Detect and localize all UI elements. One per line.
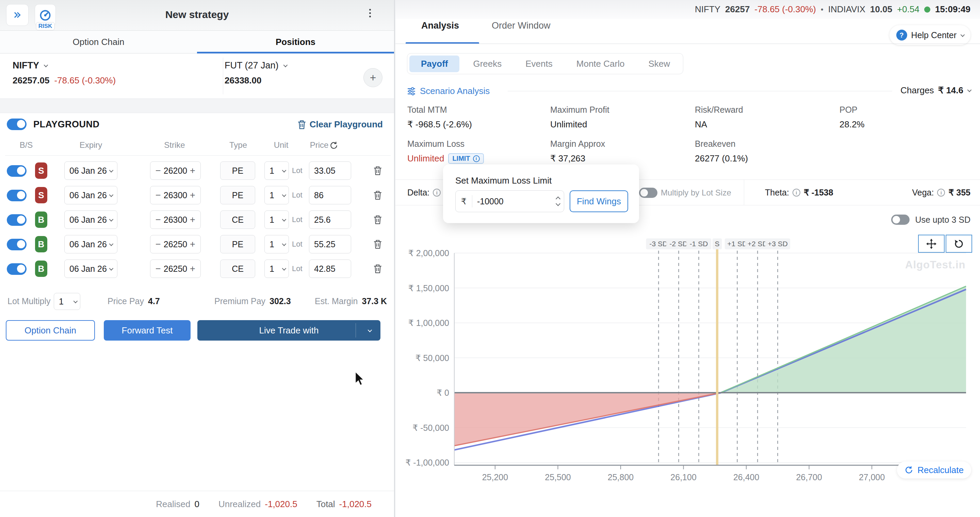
popup-title: Set Maximum Loss Limit xyxy=(455,176,552,186)
option-type[interactable]: PE xyxy=(220,235,255,254)
strike-plus-button[interactable]: + xyxy=(189,263,196,274)
use-3sd-toggle[interactable]: Use upto 3 SD xyxy=(891,215,970,225)
option-type[interactable]: CE xyxy=(220,211,255,229)
scenario-analysis-link[interactable]: Scenario Analysis xyxy=(407,86,490,96)
limit-badge[interactable]: LIMIT xyxy=(448,153,484,164)
expiry-select[interactable]: 06 Jan 26 xyxy=(64,161,118,180)
expiry-select[interactable]: 06 Jan 26 xyxy=(64,211,118,229)
tab-analysis[interactable]: Analysis xyxy=(421,21,459,40)
tab-option-chain[interactable]: Option Chain xyxy=(0,31,197,53)
chevron-down-icon xyxy=(109,168,114,172)
info-icon[interactable] xyxy=(937,189,945,196)
more-menu-button[interactable] xyxy=(365,9,375,22)
strike-minus-button[interactable]: − xyxy=(154,263,162,274)
add-instrument-button[interactable]: + xyxy=(363,68,382,87)
price-input[interactable] xyxy=(309,235,351,254)
price-input[interactable] xyxy=(309,260,351,278)
payoff-chart-svg[interactable]: ₹ 2,00,000₹ 1,50,000₹ 1,00,000₹ 50,000₹ … xyxy=(402,235,977,487)
side-badge[interactable]: B xyxy=(35,212,47,228)
tab-order-window[interactable]: Order Window xyxy=(492,21,550,40)
help-center-button[interactable]: ? Help Center xyxy=(889,25,970,45)
info-icon[interactable] xyxy=(433,189,441,196)
info-icon[interactable] xyxy=(792,189,800,196)
strike-plus-button[interactable]: + xyxy=(189,215,196,225)
side-badge[interactable]: B xyxy=(35,236,47,252)
unrealized-label: Unrealized xyxy=(218,499,261,509)
delete-leg-button[interactable] xyxy=(373,239,382,250)
charges-toggle[interactable]: Charges ₹ 14.6 xyxy=(900,85,970,96)
option-chain-button[interactable]: Option Chain xyxy=(6,320,95,341)
price-input[interactable] xyxy=(309,161,351,180)
chevron-down-icon xyxy=(109,266,114,270)
subtab-monte-carlo[interactable]: Monte Carlo xyxy=(566,56,635,72)
strike-plus-button[interactable]: + xyxy=(189,190,196,201)
svg-text:+2 SD: +2 SD xyxy=(748,240,768,247)
side-badge[interactable]: B xyxy=(35,260,47,277)
strike-minus-button[interactable]: − xyxy=(154,239,162,250)
expiry-select[interactable]: 06 Jan 26 xyxy=(64,260,118,278)
col-type: Type xyxy=(229,140,247,150)
unit-select[interactable]: 1 xyxy=(264,211,289,229)
subtab-skew[interactable]: Skew xyxy=(638,56,680,72)
option-type[interactable]: PE xyxy=(220,161,255,180)
option-type[interactable]: PE xyxy=(220,186,255,204)
option-type[interactable]: CE xyxy=(220,260,255,278)
future-select[interactable]: FUT (27 Jan) xyxy=(224,60,286,71)
unit-select[interactable]: 1 xyxy=(264,161,289,180)
side-badge[interactable]: S xyxy=(35,187,47,203)
divider xyxy=(223,57,223,94)
toggle[interactable] xyxy=(891,215,910,225)
ticker-vix-label: INDIAVIX xyxy=(828,4,865,14)
strike-minus-button[interactable]: − xyxy=(154,190,162,201)
toggle[interactable] xyxy=(639,188,657,198)
expiry-select[interactable]: 06 Jan 26 xyxy=(64,186,118,204)
expiry-select[interactable]: 06 Jan 26 xyxy=(64,235,118,254)
side-badge[interactable]: S xyxy=(35,163,47,179)
price-input[interactable] xyxy=(309,186,351,204)
subtab-events[interactable]: Events xyxy=(515,56,563,72)
clear-playground-button[interactable]: Clear Playground xyxy=(298,119,383,130)
chevron-down-icon xyxy=(283,63,288,67)
reset-chart-button[interactable] xyxy=(946,235,972,253)
symbol-select[interactable]: NIFTY xyxy=(13,60,47,71)
live-trade-button[interactable]: Live Trade with xyxy=(197,320,380,341)
unit-select[interactable]: 1 xyxy=(264,260,289,278)
subtab-greeks[interactable]: Greeks xyxy=(463,56,512,72)
strike-minus-button[interactable]: − xyxy=(154,215,162,225)
metric-total-mtm: Total MTM ₹ -968.5 (-2.6%) xyxy=(407,105,543,115)
number-stepper[interactable] xyxy=(556,197,560,205)
total-value: -1,020.5 xyxy=(339,499,372,509)
tab-positions[interactable]: Positions xyxy=(197,31,394,53)
charges-value: ₹ 14.6 xyxy=(938,85,963,96)
refresh-prices-icon[interactable] xyxy=(329,141,338,150)
playground-toggle[interactable] xyxy=(7,118,27,130)
refresh-icon xyxy=(904,466,913,474)
forward-test-button[interactable]: Forward Test xyxy=(104,320,191,341)
leg-toggle[interactable] xyxy=(7,214,27,226)
loss-limit-input[interactable] xyxy=(472,196,530,206)
strike-plus-button[interactable]: + xyxy=(189,239,196,250)
pan-chart-button[interactable] xyxy=(918,235,945,253)
leg-toggle[interactable] xyxy=(7,263,27,275)
delete-leg-button[interactable] xyxy=(373,263,382,274)
delete-leg-button[interactable] xyxy=(373,190,382,201)
leg-toggle[interactable] xyxy=(7,239,27,251)
lot-multiply-select[interactable]: 1 xyxy=(54,293,80,310)
playground-actions: Option Chain Forward Test Live Trade wit… xyxy=(0,320,394,341)
delete-leg-button[interactable] xyxy=(373,214,382,225)
find-wings-button[interactable]: Find Wings xyxy=(570,190,628,212)
delete-leg-button[interactable] xyxy=(373,165,382,176)
recalculate-button[interactable]: Recalculate xyxy=(897,461,971,479)
chevron-down-icon xyxy=(282,217,286,221)
subtab-payoff[interactable]: Payoff xyxy=(409,56,460,72)
unit-select[interactable]: 1 xyxy=(264,235,289,254)
chevron-down-icon[interactable] xyxy=(368,328,372,332)
unit-select[interactable]: 1 xyxy=(264,186,289,204)
strike-minus-button[interactable]: − xyxy=(154,166,162,176)
leg-toggle[interactable] xyxy=(7,190,27,201)
multiply-lot-toggle[interactable]: Multiply by Lot Size xyxy=(639,188,731,198)
price-input[interactable] xyxy=(309,211,351,229)
svg-text:₹ -1,00,000: ₹ -1,00,000 xyxy=(406,458,450,467)
strike-plus-button[interactable]: + xyxy=(189,166,196,176)
leg-toggle[interactable] xyxy=(7,165,27,177)
